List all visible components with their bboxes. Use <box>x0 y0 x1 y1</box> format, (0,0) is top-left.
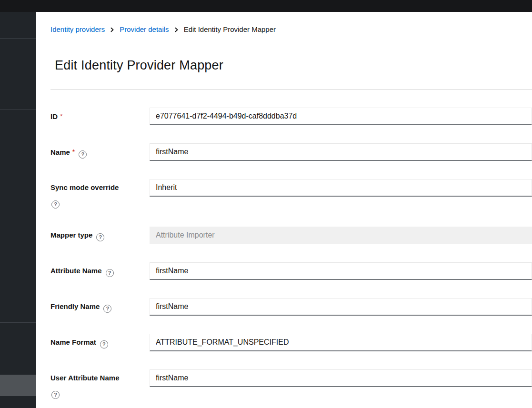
name-input[interactable] <box>150 143 532 161</box>
breadcrumb-provider-details[interactable]: Provider details <box>120 25 169 34</box>
id-input[interactable] <box>150 108 532 125</box>
name-format-help-icon[interactable]: ? <box>100 340 108 348</box>
mapper-form: ID* Name*? Sync mode override ? <box>50 108 532 399</box>
form-row-friendly-name: Friendly Name? <box>50 298 532 316</box>
mapper-type-label: Mapper type? <box>50 227 150 241</box>
mapper-type-input <box>150 227 532 244</box>
page-title: Edit Identity Provider Mapper <box>55 57 532 73</box>
required-asterisk: * <box>72 148 75 156</box>
friendly-name-help-icon[interactable]: ? <box>103 305 111 313</box>
attribute-name-input[interactable] <box>150 262 532 280</box>
name-format-input[interactable] <box>150 334 532 351</box>
friendly-name-label-text: Friendly Name <box>50 302 100 310</box>
id-label-text: ID <box>50 112 58 120</box>
form-row-sync-mode-override: Sync mode override ? <box>50 179 532 209</box>
sync-mode-override-input[interactable] <box>150 179 532 197</box>
masthead <box>0 0 532 12</box>
title-divider <box>50 89 532 90</box>
name-format-label-text: Name Format <box>50 338 96 346</box>
main-content: Identity providers Provider details Edit… <box>36 12 532 408</box>
chevron-right-icon <box>110 27 115 32</box>
sync-mode-override-label-text: Sync mode override <box>50 183 119 191</box>
required-asterisk: * <box>60 112 62 120</box>
name-label-text: Name <box>50 148 70 156</box>
mapper-type-help-icon[interactable]: ? <box>96 233 104 241</box>
friendly-name-input[interactable] <box>150 298 532 316</box>
user-attribute-name-label: User Attribute Name ? <box>50 369 150 399</box>
name-format-label: Name Format? <box>50 334 150 348</box>
attribute-name-label: Attribute Name? <box>50 262 150 277</box>
id-label: ID* <box>50 108 150 121</box>
attribute-name-label-text: Attribute Name <box>50 267 102 275</box>
mapper-type-label-text: Mapper type <box>50 231 92 239</box>
sidebar-divider <box>0 38 36 39</box>
sidebar-nav <box>0 12 36 408</box>
user-attribute-name-input[interactable] <box>150 369 532 387</box>
sidebar-item-active[interactable] <box>0 375 36 396</box>
sync-mode-override-label: Sync mode override ? <box>50 179 150 209</box>
form-row-user-attribute-name: User Attribute Name ? <box>50 369 532 399</box>
name-help-icon[interactable]: ? <box>79 150 87 159</box>
user-attribute-name-help-icon[interactable]: ? <box>51 391 60 399</box>
sync-mode-override-help-icon[interactable]: ? <box>51 200 60 209</box>
chevron-right-icon <box>174 27 179 32</box>
name-label: Name*? <box>50 143 150 159</box>
breadcrumb: Identity providers Provider details Edit… <box>50 25 532 34</box>
form-row-name-format: Name Format? <box>50 334 532 351</box>
form-row-name: Name*? <box>50 143 532 161</box>
form-row-mapper-type: Mapper type? <box>50 227 532 244</box>
form-row-attribute-name: Attribute Name? <box>50 262 532 280</box>
user-attribute-name-label-text: User Attribute Name <box>50 374 119 382</box>
form-row-id: ID* <box>50 108 532 125</box>
breadcrumb-identity-providers[interactable]: Identity providers <box>50 25 105 34</box>
breadcrumb-current-page: Edit Identity Provider Mapper <box>184 25 276 34</box>
sidebar-divider <box>0 109 36 110</box>
attribute-name-help-icon[interactable]: ? <box>106 269 114 277</box>
friendly-name-label: Friendly Name? <box>50 298 150 313</box>
sidebar-divider <box>0 322 36 323</box>
